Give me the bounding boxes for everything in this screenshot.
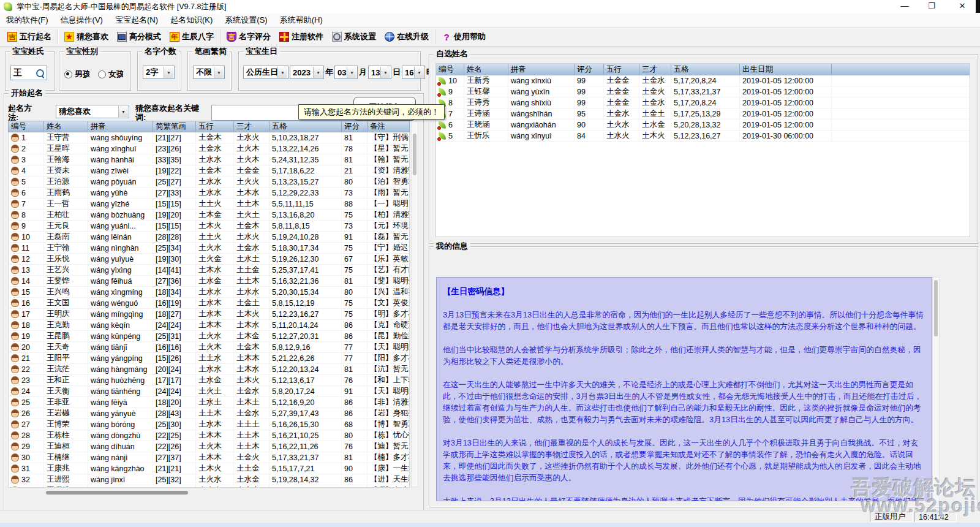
search-icon[interactable] [36,69,44,77]
candidate-row[interactable]: 9 王元良 wáng yuánl... [15][15] 土木火 土金木 5,8… [9,221,409,232]
column-header[interactable]: 评分 [342,121,368,132]
naming-method-select[interactable]: 猜您喜欢 ▼ [56,105,129,118]
column-header[interactable]: 姓名 [44,121,88,132]
hscrollbar-thumb[interactable] [46,491,188,495]
vscrollbar-thumb[interactable] [934,280,938,336]
candidate-row[interactable]: 13 王艺兴 wáng yìxìng [14][41] 土木水 土土金 5,25… [9,265,409,276]
menu-my-software[interactable]: 我的软件(F) [0,15,55,26]
baby-avatar-icon [11,299,19,307]
candidate-row[interactable]: 17 王明庆 wáng míngqìng [18][27] 土水木 土木火 5,… [9,309,409,320]
candidate-row[interactable]: 31 王康兆 wáng kāngzhào [21][21] 土木火 土土金 5,… [9,463,409,474]
name-count-group-label: 名字个数 [142,47,179,56]
candidate-row[interactable]: 19 王昆鹏 wáng kūnpéng [25][31] 土火水 土木金 5,1… [9,331,409,342]
candidate-row[interactable]: 33 王曜维 wáng yàowéi [33][36] 土火土 土木木 5,22… [9,485,409,488]
column-header[interactable]: 三才 [639,64,671,75]
column-header[interactable]: 备注 [368,121,409,132]
close-button[interactable]: ✕ [952,0,973,13]
year-select[interactable]: 2023 ▼ [290,66,324,79]
selected-name-row[interactable]: 10 王新秀 wáng xīnxiù 99 土金金 土金水 5,17,20,8,… [436,75,970,86]
candidate-row[interactable]: 20 王天奇 wáng tiānjī [16][16] 土火木 土金木 5,8,… [9,342,409,353]
selected-name-row[interactable]: 7 王诗涵 wángshīhán 95 土金水 土金土 5,17,25,13,2… [436,108,970,119]
column-header[interactable]: 姓名 [464,64,508,75]
hour-select[interactable]: 16 ▼ [402,66,425,79]
column-header[interactable]: 五行 [604,64,639,75]
candidate-table-vscrollbar[interactable] [411,121,418,487]
candidate-table-header: 编号 姓名 拼音 简繁笔画 五行 三才 五格 评分 备注 [8,121,410,132]
candidate-row[interactable]: 30 王楠继 wáng nánjì [27][37] 土木木 土金火 5,17,… [9,452,409,463]
calendar-type-select[interactable]: 公历生日 ▼ [243,66,288,79]
column-header[interactable]: 拼音 [508,64,575,75]
column-header[interactable]: 出生日期 [740,64,832,75]
column-header[interactable]: 拼音 [88,121,153,132]
month-select[interactable]: 03 ▼ [334,66,358,79]
name-score-button[interactable]: 名字评分 [222,29,275,44]
chevron-down-icon: ▼ [313,67,323,78]
menu-info-ops[interactable]: 信息操作(V) [55,15,109,26]
system-settings-button[interactable]: 系统设置 [328,29,380,44]
column-header[interactable]: 编号 [436,64,464,75]
column-header[interactable]: 简繁笔画 [153,121,196,132]
five-elements-naming-button[interactable]: 五行起名 [3,29,56,44]
restore-button[interactable]: ❐ [921,0,942,13]
candidate-row[interactable]: 25 王非亚 wáng fēiyà [18][20] 土水土 土木土 5,12,… [9,397,409,408]
minimize-button[interactable]: — [894,0,915,13]
candidate-table-hscrollbar[interactable] [8,489,410,496]
vscrollbar-thumb[interactable] [413,134,417,175]
day-select[interactable]: 13 ▼ [368,66,391,79]
candidate-row[interactable]: 15 王兴鸣 wáng xìngmíng [18][34] 土水水 土水水 5,… [9,287,409,298]
guess-you-like-button[interactable]: 猜您喜欢 [60,29,113,44]
gender-radio-girl[interactable]: 女孩 [98,69,123,80]
info-vscrollbar[interactable] [932,277,940,501]
candidate-row[interactable]: 32 王进熙 wáng jìnxī [25][32] 土火水 土水金 5,19,… [9,474,409,485]
candidate-row[interactable]: 21 王阳平 wáng yángpíng [15][26] 土土水 土木木 5,… [9,353,409,364]
candidate-row[interactable]: 23 王和正 wáng huòzhēng [17][17] 土水金 土木火 5,… [9,375,409,386]
candidate-row[interactable]: 3 王翰海 wáng hànhǎi [33][35] 土水水 土火木 5,24,… [9,154,409,165]
selected-name-row[interactable]: 5 王忻乐 wáng xīnyuì 84 土水火 土木火 5,12,23,16,… [436,131,970,142]
help-button[interactable]: 使用帮助 [437,29,490,44]
surname-input[interactable]: 王 [10,66,47,80]
column-header[interactable]: 五格 [270,121,342,132]
strokes-select[interactable]: 不限 ▼ [193,66,225,79]
candidate-row[interactable]: 2 王星晖 wáng xīnghuī [23][26] 土金水 土火木 5,13… [9,143,409,154]
year-label: 年 [325,67,333,78]
name-count-select[interactable]: 2字 ▼ [143,66,175,79]
candidate-row[interactable]: 10 王磊南 wáng lěinán [28][28] 土土火 土水火 5,19… [9,232,409,243]
birthday-code-text[interactable]: 【生日密码信息】 3月13日预言未来在3月13日出生的人总是非常的宿命，因为他们… [436,277,932,501]
menu-system-settings[interactable]: 系统设置(S) [219,15,273,26]
candidate-row[interactable]: 22 王沆茫 wáng hàngmáng [20][24] 土水水 土木水 5,… [9,364,409,375]
candidate-row[interactable]: 14 王斐铧 wáng fěihuá [27][36] 土水金 土土木 5,16… [9,276,409,287]
high-score-mode-button[interactable]: 高分模式 [113,29,165,44]
column-header[interactable]: 三才 [234,121,270,132]
candidate-row[interactable]: 11 王宁翰 wáng nìnghàn [25][34] 土火水 土金水 5,1… [9,243,409,254]
gender-radio-boy[interactable]: 男孩 [64,69,89,80]
candidate-row[interactable]: 4 王资未 wáng zīwèi [19][22] 土金木 土金金 5,17,1… [9,165,409,176]
candidate-row[interactable]: 27 王博荣 wáng bóróng [25][30] 土水木 土土土 5,16… [9,419,409,430]
column-header[interactable]: 评分 [575,64,604,75]
candidate-row[interactable]: 29 王迪桓 wáng díhuán [22][26] 土火木 土土木 5,16… [9,441,409,452]
register-software-button[interactable]: 注册软件 [275,29,328,44]
candidate-row[interactable]: 6 王雨鹤 wáng yǔhè [27][33] 土水水 土木水 5,12,29… [9,188,409,199]
candidate-row[interactable]: 7 王一哲 wáng yīzhé [15][15] 土土火 土土木 5,5,11… [9,199,409,210]
candidate-row[interactable]: 28 王栋柱 wáng dòngzhù [22][25] 土木木 土土木 5,1… [9,430,409,441]
menu-naming-knowledge[interactable]: 起名知识(K) [164,15,219,26]
candidate-row[interactable]: 16 王文国 wáng wénguó [16][19] 土水木 土金土 5,8,… [9,298,409,309]
menu-baby-naming[interactable]: 宝宝起名(N) [109,15,164,26]
selected-name-row[interactable]: 8 王诗秀 wáng shīxiù 99 土金金 土金水 5,17,20,8,2… [436,97,970,108]
column-header[interactable]: 五格 [671,64,740,75]
menu-system-help[interactable]: 系统帮助(H) [274,15,329,26]
online-upgrade-button[interactable]: 在线升级 [380,29,433,44]
candidate-row[interactable]: 12 王乐悦 wáng yuìyuè [19][30] 土火金 土水土 5,19… [9,254,409,265]
birth-chart-button[interactable]: 生辰八字 [165,29,218,44]
candidate-row[interactable]: 18 王克勤 wáng kèqín [24][24] 土木木 土木水 5,11,… [9,320,409,331]
selected-names-group: 自选姓名 编号 姓名 拼音 评分 五行 三才 五格 出生日期 10 王新秀 wá… [429,54,978,244]
candidate-row[interactable]: 1 王守营 wáng shǒuyíng [21][27] 土金木 土水火 5,1… [9,132,409,143]
candidate-row[interactable]: 8 王柏壮 wáng bòzhuàng [19][20] 土木金 土火土 5,1… [9,210,409,221]
candidate-row[interactable]: 24 王天衡 wáng tiānhéng [24][24] 土火土 土金水 5,… [9,386,409,397]
candidate-row[interactable]: 5 王泊源 wáng pōyuán [25][27] 土水水 土火火 5,13,… [9,176,409,188]
selected-name-row[interactable]: 9 王钰馨 wáng yùxīn 99 土金金 土金火 5,17,33,21,3… [436,86,970,97]
baby-avatar-icon [11,464,19,472]
column-header[interactable]: 编号 [9,121,44,132]
candidate-row[interactable]: 26 王岩樾 wáng yányuè [28][43] 土土木 土金水 5,27… [9,408,409,419]
selected-name-row[interactable]: 6 王晓涵 wángxiǎohán 90 土火水 土水金 5,20,28,13,… [436,119,970,131]
column-header[interactable]: 五行 [196,121,234,132]
